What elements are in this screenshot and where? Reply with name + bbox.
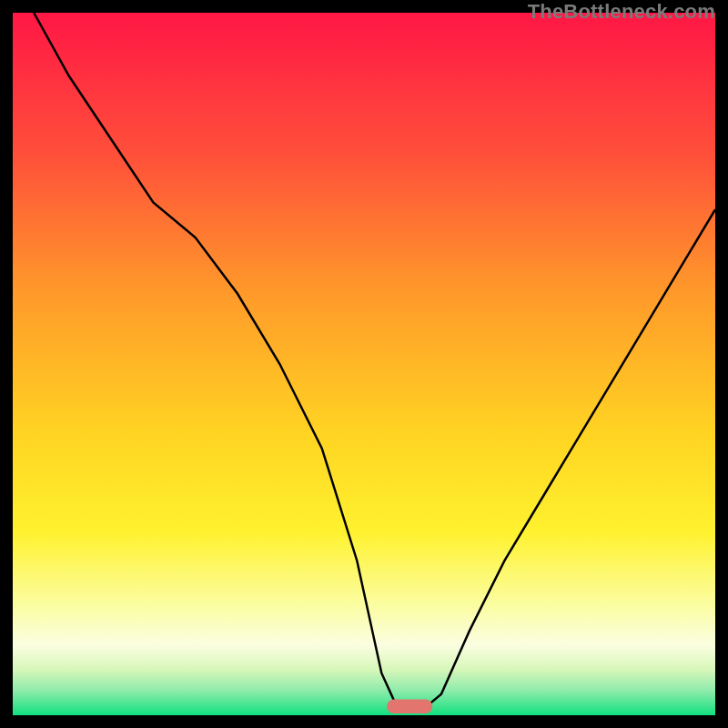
watermark-text: TheBottleneck.com bbox=[528, 0, 715, 24]
bottleneck-plot bbox=[13, 13, 715, 715]
chart-frame bbox=[13, 13, 715, 715]
optimal-marker bbox=[387, 700, 432, 713]
gradient-background bbox=[13, 13, 715, 715]
